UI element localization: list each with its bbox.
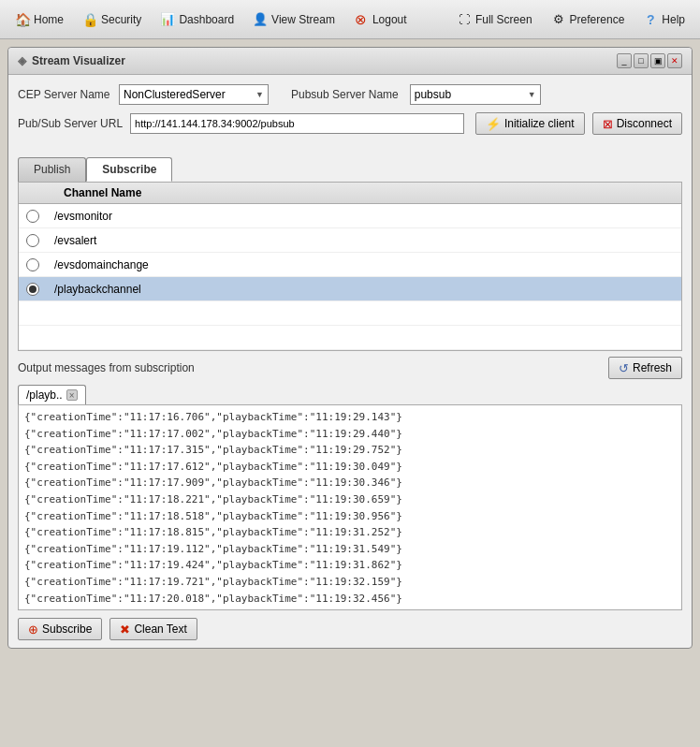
dashboard-icon: 📊 <box>160 12 175 27</box>
table-row[interactable]: /evsmonitor <box>19 204 681 228</box>
stream-visualizer-panel: ◈ Stream Visualizer _ □ ▣ ✕ CEP Server N… <box>7 47 693 649</box>
help-icon: ? <box>643 12 658 27</box>
menu-home[interactable]: 🏠 Home <box>7 8 71 31</box>
cep-server-select[interactable]: NonClusteredServer ▼ <box>119 84 269 105</box>
text-output-area[interactable]: {"creationTime":"11:17:16.706","playback… <box>18 404 682 610</box>
pubsub-server-value: pubsub <box>415 88 451 101</box>
initialize-client-button[interactable]: ⚡ Initialize client <box>475 112 585 135</box>
output-header: Output messages from subscription ↺ Refr… <box>8 351 692 385</box>
menu-preference-label: Preference <box>570 13 625 26</box>
channel-name-header: Channel Name <box>64 186 141 199</box>
security-icon: 🔒 <box>82 12 97 27</box>
radio-evsdomainchange[interactable] <box>26 258 39 271</box>
channel-playbackchannel: /playbackchannel <box>54 283 141 296</box>
logout-icon: ⊗ <box>354 12 369 27</box>
menu-security[interactable]: 🔒 Security <box>75 8 149 31</box>
output-tab-strip: /playb.. × <box>18 385 682 404</box>
output-tab-close-button[interactable]: × <box>66 389 78 401</box>
minimize-button[interactable]: _ <box>617 53 632 68</box>
panel-controls: _ □ ▣ ✕ <box>617 53 682 68</box>
channel-evsmonitor: /evsmonitor <box>54 210 112 223</box>
menu-viewstream-label: View Stream <box>271 13 335 26</box>
window-area: ◈ Stream Visualizer _ □ ▣ ✕ CEP Server N… <box>0 39 700 656</box>
menu-home-label: Home <box>34 13 64 26</box>
cep-server-label: CEP Server Name <box>18 88 111 101</box>
radio-playbackchannel[interactable] <box>26 283 39 296</box>
menu-logout[interactable]: ⊗ Logout <box>346 8 415 31</box>
clean-label: Clean Text <box>134 622 186 636</box>
tab-subscribe-label: Subscribe <box>102 163 156 176</box>
maximize-button[interactable]: ▣ <box>650 53 665 68</box>
panel-title: ◈ Stream Visualizer <box>18 54 125 67</box>
menu-fullscreen[interactable]: ⛶ Full Screen <box>449 8 540 31</box>
home-icon: 🏠 <box>15 12 30 27</box>
radio-evsmonitor[interactable] <box>26 210 39 223</box>
subscribe-label: Subscribe <box>42 622 92 636</box>
clean-text-button[interactable]: ✖ Clean Text <box>109 618 197 640</box>
panel-icon: ◈ <box>18 54 26 67</box>
refresh-button[interactable]: ↺ Refresh <box>608 357 682 379</box>
table-row-empty <box>19 301 681 326</box>
fullscreen-icon: ⛶ <box>457 12 472 27</box>
viewstream-icon: 👤 <box>253 12 268 27</box>
table-row-empty <box>19 326 681 350</box>
bottom-buttons: ⊕ Subscribe ✖ Clean Text <box>8 610 692 648</box>
pubsub-server-label: Pubsub Server Name <box>291 88 399 101</box>
tab-publish-label: Publish <box>34 163 70 176</box>
clean-icon: ✖ <box>120 622 130 637</box>
menu-fullscreen-label: Full Screen <box>475 13 532 26</box>
output-tab-playback[interactable]: /playb.. × <box>18 385 86 404</box>
channel-table: Channel Name /evsmonitor /evsalert /evsd… <box>18 182 682 351</box>
subscribe-icon: ⊕ <box>28 622 38 637</box>
tab-publish[interactable]: Publish <box>18 157 86 182</box>
url-row: Pub/Sub Server URL ⚡ Initialize client ⊠… <box>18 112 682 135</box>
radio-evsalert[interactable] <box>26 234 39 247</box>
preference-icon: ⚙ <box>551 12 566 27</box>
menu-dashboard-label: Dashboard <box>179 13 234 26</box>
menu-preference[interactable]: ⚙ Preference <box>544 8 633 31</box>
disconnect-button[interactable]: ⊠ Disconnect <box>592 112 682 135</box>
output-tab-label: /playb.. <box>26 388 63 402</box>
table-header: Channel Name <box>19 183 681 204</box>
cep-server-arrow: ▼ <box>255 90 264 99</box>
cep-server-row: CEP Server Name NonClusteredServer ▼ Pub… <box>18 84 682 105</box>
menu-logout-label: Logout <box>372 13 407 26</box>
menu-help[interactable]: ? Help <box>635 8 693 31</box>
form-area: CEP Server Name NonClusteredServer ▼ Pub… <box>8 75 692 152</box>
channel-evsdomainchange: /evsdomainchange <box>54 258 149 271</box>
refresh-icon: ↺ <box>619 361 629 375</box>
menu-bar: 🏠 Home 🔒 Security 📊 Dashboard 👤 View Str… <box>0 0 700 39</box>
disconnect-label: Disconnect <box>617 117 672 130</box>
close-button[interactable]: ✕ <box>667 53 682 68</box>
menu-security-label: Security <box>101 13 141 26</box>
restore-button[interactable]: □ <box>634 53 649 68</box>
tab-subscribe[interactable]: Subscribe <box>86 157 172 182</box>
init-label: Initialize client <box>504 117 575 130</box>
refresh-label: Refresh <box>633 361 672 374</box>
url-input[interactable] <box>130 113 464 134</box>
init-icon: ⚡ <box>486 117 501 131</box>
menu-help-label: Help <box>662 13 685 26</box>
panel-title-text: Stream Visualizer <box>32 54 125 67</box>
url-label: Pub/Sub Server URL <box>18 117 123 130</box>
table-row[interactable]: /playbackchannel <box>19 277 681 301</box>
panel-header: ◈ Stream Visualizer _ □ ▣ ✕ <box>8 48 692 75</box>
pubsub-server-arrow: ▼ <box>528 90 536 99</box>
table-row[interactable]: /evsdomainchange <box>19 253 681 277</box>
output-label: Output messages from subscription <box>18 361 195 374</box>
menu-viewstream[interactable]: 👤 View Stream <box>245 8 343 31</box>
cep-server-value: NonClusteredServer <box>124 88 226 101</box>
subscribe-button[interactable]: ⊕ Subscribe <box>18 618 102 640</box>
table-row[interactable]: /evsalert <box>19 228 681 253</box>
menu-dashboard[interactable]: 📊 Dashboard <box>153 8 241 31</box>
tab-bar: Publish Subscribe <box>8 152 692 182</box>
disconnect-icon: ⊠ <box>603 117 613 131</box>
channel-evsalert: /evsalert <box>54 234 96 247</box>
pubsub-server-select[interactable]: pubsub ▼ <box>410 84 541 105</box>
